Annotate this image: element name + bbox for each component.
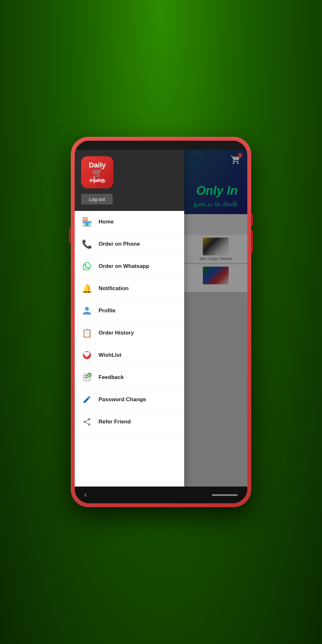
menu-label-order-history: Order History <box>99 330 134 336</box>
phone-screen: Only In நுடைய டெலிவரி 1 <box>75 141 247 503</box>
logout-button[interactable]: Log out <box>81 194 113 204</box>
logo-tamil-text: சந்தை <box>90 177 105 183</box>
menu-item-order-phone[interactable]: 📞 Order on Phone <box>75 233 184 255</box>
menu-label-profile: Profile <box>99 308 116 314</box>
menu-label-notification: Notification <box>99 285 129 292</box>
home-icon: 🏪 <box>81 216 93 228</box>
app-logo: Daily 🛒 சந்தை <box>81 156 113 188</box>
logo-cart-icon: 🛒 <box>92 169 102 177</box>
volume-button-right <box>251 230 253 253</box>
order-history-icon: 📋 <box>81 327 93 339</box>
status-bar <box>75 141 247 150</box>
logo-daily-text: Daily <box>89 162 106 169</box>
menu-label-order-phone: Order on Phone <box>99 241 140 247</box>
menu-item-feedback[interactable]: Feedback <box>75 366 184 389</box>
wishlist-icon <box>81 349 93 361</box>
volume-button <box>69 227 71 243</box>
phone-icon: 📞 <box>81 238 93 250</box>
menu-label-order-whatsapp: Order on Whatsapp <box>99 263 149 270</box>
whatsapp-icon <box>81 260 93 272</box>
navigation-drawer: Daily 🛒 சந்தை Log out 🏪 Home 📞 <box>75 150 184 487</box>
main-screen: Only In நுடைய டெலிவரி 1 <box>75 150 247 487</box>
feedback-icon <box>81 372 93 383</box>
back-button[interactable]: ‹ <box>84 491 87 499</box>
home-indicator[interactable] <box>212 494 238 496</box>
menu-item-order-history[interactable]: 📋 Order History <box>75 322 184 344</box>
menu-label-home: Home <box>99 219 114 225</box>
menu-label-feedback: Feedback <box>99 374 124 381</box>
drawer-header: Daily 🛒 சந்தை Log out <box>75 150 184 211</box>
menu-label-password-change: Password Change <box>99 396 146 403</box>
profile-icon <box>81 305 93 317</box>
notification-icon: 🔔 <box>81 283 93 294</box>
menu-label-wishlist: WishList <box>99 352 121 358</box>
phone-frame: Only In நுடைய டெலிவரி 1 <box>71 137 251 507</box>
menu-item-refer-friend[interactable]: Refer Friend <box>75 411 184 433</box>
menu-item-order-whatsapp[interactable]: Order on Whatsapp <box>75 255 184 278</box>
menu-list: 🏪 Home 📞 Order on Phone <box>75 211 184 487</box>
menu-item-profile[interactable]: Profile <box>75 300 184 322</box>
menu-label-refer-friend: Refer Friend <box>99 419 131 425</box>
menu-item-wishlist[interactable]: WishList <box>75 344 184 366</box>
password-change-icon <box>81 394 93 405</box>
bottom-nav: ‹ <box>75 487 247 503</box>
notch <box>142 142 180 149</box>
menu-item-home[interactable]: 🏪 Home <box>75 211 184 233</box>
menu-item-password-change[interactable]: Password Change <box>75 389 184 411</box>
menu-item-notification[interactable]: 🔔 Notification <box>75 278 184 300</box>
refer-friend-icon <box>81 416 93 428</box>
power-button <box>251 214 253 225</box>
